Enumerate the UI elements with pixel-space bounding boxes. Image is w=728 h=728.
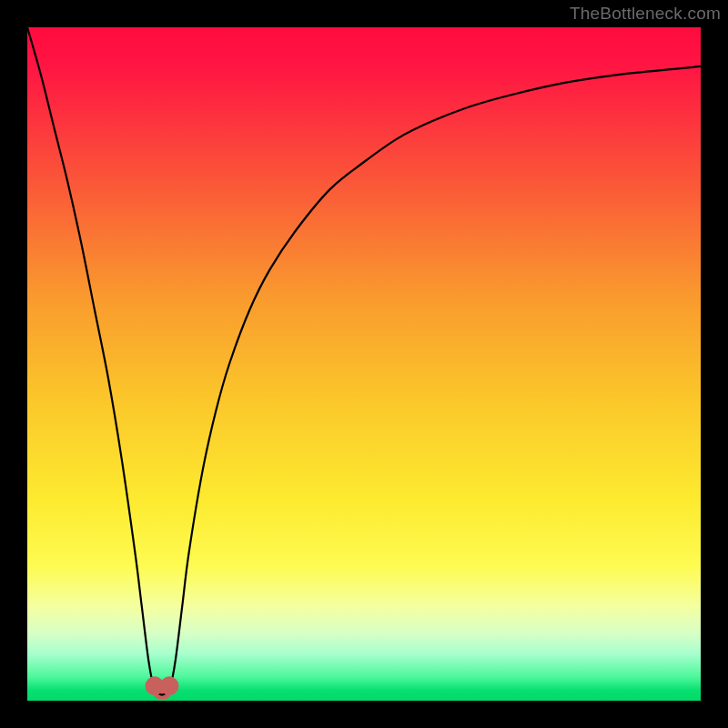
chart-frame: TheBottleneck.com — [0, 0, 728, 728]
chart-plot — [27, 27, 701, 701]
chart-background — [27, 27, 701, 701]
min-marker-right — [160, 676, 179, 695]
watermark-text: TheBottleneck.com — [570, 4, 721, 24]
